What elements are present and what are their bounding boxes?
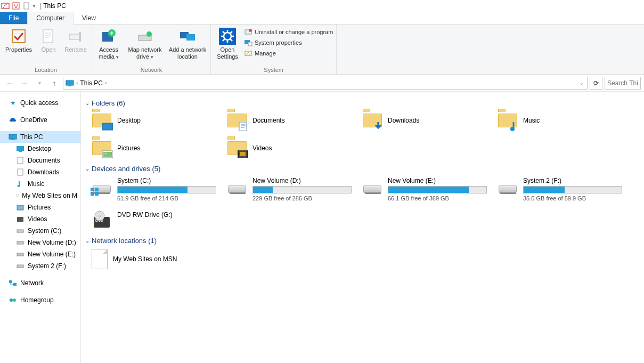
svg-marker-42: [375, 125, 381, 129]
uninstall-link[interactable]: Uninstall or change a program: [244, 28, 333, 36]
ribbon-group-location-label: Location: [3, 66, 88, 74]
sidebar-item[interactable]: New Volume (D:): [0, 237, 80, 248]
drive-item[interactable]: New Volume (E:)66.1 GB free of 369 GB: [362, 177, 495, 201]
refresh-button[interactable]: ⟳: [590, 77, 602, 90]
sidebar-item[interactable]: Pictures: [0, 201, 80, 213]
chevron-right-icon[interactable]: ›: [105, 80, 107, 86]
ribbon-group-system: Open Settings Uninstall or change a prog…: [211, 25, 337, 74]
sidebar-item[interactable]: System 2 (F:): [0, 260, 80, 272]
system-properties-icon: [244, 38, 252, 47]
properties-button[interactable]: Properties: [3, 26, 34, 53]
folder-item[interactable]: Pictures: [92, 139, 225, 157]
tab-view[interactable]: View: [74, 12, 104, 24]
address-dropdown-icon[interactable]: ⌄: [580, 80, 585, 86]
manage-label: Manage: [255, 50, 276, 57]
sidebar-item-this-pc[interactable]: This PC: [0, 131, 80, 143]
chevron-down-icon: ⌄: [85, 238, 89, 244]
sidebar-item[interactable]: New Volume (E:): [0, 248, 80, 260]
folder-label: Music: [523, 117, 540, 124]
nav-up-button[interactable]: ↑: [48, 77, 61, 90]
svg-rect-51: [91, 188, 94, 191]
drive-item[interactable]: New Volume (D:)229 GB free of 286 GB: [227, 177, 360, 201]
open-settings-button[interactable]: Open Settings: [214, 26, 241, 60]
search-input[interactable]: Search Thi: [605, 77, 641, 90]
drive-item[interactable]: System (C:)61.9 GB free of 214 GB: [92, 177, 225, 201]
sidebar-label: Homegroup: [20, 296, 54, 304]
add-location-button[interactable]: Add a network location: [168, 26, 207, 60]
folder-icon: [92, 139, 112, 157]
folder-item[interactable]: Music: [498, 111, 631, 130]
folder-item[interactable]: Desktop: [92, 111, 225, 130]
sidebar-item[interactable]: Downloads: [0, 166, 80, 178]
access-media-button[interactable]: Access media ▾: [95, 26, 122, 61]
svg-rect-25: [19, 151, 22, 152]
drive-item[interactable]: System 2 (F:)35.0 GB free of 59.9 GB: [498, 177, 631, 201]
svg-rect-0: [2, 3, 9, 9]
rename-icon: [67, 28, 84, 45]
sidebar-item[interactable]: Documents: [0, 155, 80, 166]
svg-rect-26: [18, 157, 23, 164]
folder-item[interactable]: Documents: [227, 111, 360, 130]
section-header-label: Network locations (1): [92, 237, 157, 245]
svg-rect-20: [66, 80, 74, 85]
sidebar-item[interactable]: Desktop: [0, 143, 80, 155]
drive-free-text: 35.0 GB free of 59.9 GB: [523, 195, 624, 201]
rename-button: Rename: [63, 26, 88, 53]
rename-label: Rename: [64, 46, 87, 53]
nav-back-button: ←: [3, 77, 16, 90]
this-pc-icon: [66, 79, 74, 87]
sidebar-item[interactable]: System (C:): [0, 225, 80, 237]
manage-link[interactable]: Manage: [244, 49, 333, 58]
sidebar-item[interactable]: Videos: [0, 213, 80, 225]
sidebar-label: My Web Sites on M: [22, 192, 77, 199]
section-drives-header[interactable]: ⌄Devices and drives (5): [85, 165, 640, 173]
svg-rect-52: [95, 188, 99, 191]
drive-name: New Volume (D:): [252, 177, 354, 184]
sidebar-item-homegroup[interactable]: Homegroup: [0, 294, 80, 306]
search-placeholder: Search Thi: [607, 79, 638, 87]
svg-point-39: [13, 299, 16, 302]
ribbon: Properties Open Rename Location Access m…: [0, 25, 644, 75]
item-icon: [16, 262, 25, 270]
system-properties-link[interactable]: System properties: [244, 38, 333, 47]
system-properties-label: System properties: [255, 39, 302, 46]
address-bar[interactable]: › This PC › ⌄: [63, 77, 588, 90]
sidebar-item[interactable]: Music: [0, 178, 80, 190]
drive-item[interactable]: DVD RW Drive (G:): [92, 211, 225, 229]
section-folders-header[interactable]: ⌄Folders (6): [85, 99, 640, 107]
sidebar-item-onedrive[interactable]: OneDrive: [0, 114, 80, 126]
breadcrumb[interactable]: This PC: [80, 79, 103, 87]
network-location-item[interactable]: My Web Sites on MSN: [92, 249, 177, 269]
open-button: Open: [37, 26, 60, 53]
tab-computer[interactable]: Computer: [27, 12, 74, 25]
sidebar-item-quick-access[interactable]: ★Quick access: [0, 97, 80, 109]
open-label: Open: [42, 46, 56, 53]
sidebar-label: System (C:): [28, 227, 61, 235]
chevron-right-icon[interactable]: ›: [76, 80, 78, 86]
drive-name: System (C:): [117, 177, 218, 184]
sidebar-item-network[interactable]: Network: [0, 277, 80, 289]
folder-item[interactable]: Downloads: [362, 111, 495, 130]
map-drive-button[interactable]: Map network drive ▾: [125, 26, 165, 61]
qat-down-icon[interactable]: [12, 2, 20, 10]
item-icon: [16, 227, 25, 235]
drive-icon: [227, 177, 247, 195]
network-location-label: My Web Sites on MSN: [113, 255, 177, 263]
item-icon: [16, 180, 25, 188]
folder-icon: [362, 111, 382, 130]
tab-file[interactable]: File: [0, 12, 27, 24]
drive-name: New Volume (E:): [388, 177, 489, 184]
qat-dropdown-icon[interactable]: ▾: [33, 4, 35, 9]
sidebar-label: Music: [28, 180, 44, 188]
section-network-header[interactable]: ⌄Network locations (1): [85, 237, 640, 245]
nav-recent-button[interactable]: ▾: [33, 77, 46, 90]
folder-item[interactable]: Videos: [227, 139, 360, 157]
drive-free-text: 61.9 GB free of 214 GB: [117, 195, 218, 201]
folder-label: Videos: [252, 144, 272, 152]
qat-doc-icon[interactable]: [22, 2, 31, 10]
cloud-icon: [9, 116, 17, 124]
content: ⌄Folders (6) DesktopDocumentsDownloadsMu…: [81, 92, 644, 363]
svg-point-56: [99, 215, 101, 217]
sidebar-item[interactable]: My Web Sites on M: [0, 190, 80, 201]
svg-rect-22: [9, 134, 17, 139]
